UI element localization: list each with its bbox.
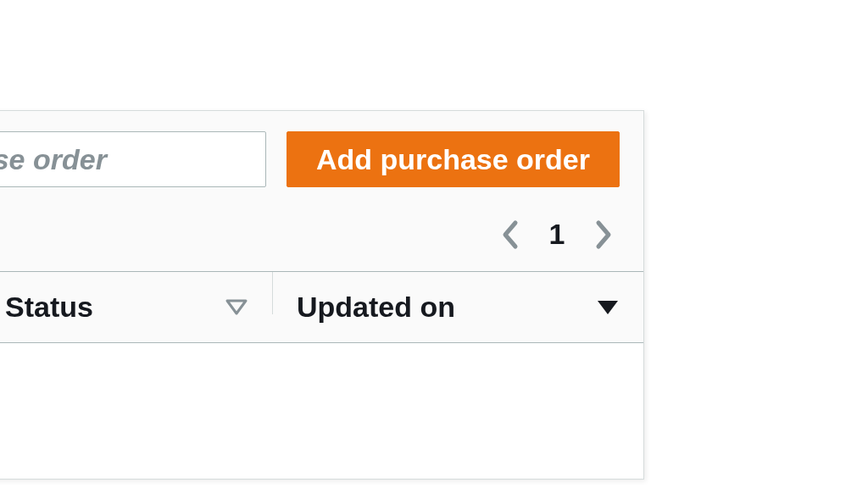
table-body <box>0 343 643 479</box>
column-header-status[interactable]: Status <box>0 272 272 342</box>
column-label-updated-on: Updated on <box>297 291 455 324</box>
sort-updated-on-button[interactable] <box>596 298 620 317</box>
column-label-status: Status <box>5 291 93 324</box>
add-purchase-order-button[interactable]: Add purchase order <box>287 131 620 187</box>
sort-unsorted-icon <box>225 298 248 317</box>
column-header-updated-on[interactable]: Updated on <box>273 272 643 342</box>
purchase-orders-panel: Add purchase order 1 Status Updated on <box>0 110 644 480</box>
pagination-next-button[interactable] <box>589 219 620 250</box>
svg-marker-1 <box>598 301 618 314</box>
table-header: Status Updated on <box>0 271 643 343</box>
pagination: 1 <box>0 202 643 271</box>
svg-marker-0 <box>227 301 246 313</box>
toolbar: Add purchase order <box>0 111 643 202</box>
sort-status-button[interactable] <box>225 298 248 317</box>
chevron-left-icon <box>500 219 519 250</box>
search-input[interactable] <box>0 131 266 187</box>
chevron-right-icon <box>595 219 614 250</box>
pagination-current-page: 1 <box>548 218 565 251</box>
pagination-prev-button[interactable] <box>494 219 525 250</box>
sort-desc-icon <box>596 298 620 317</box>
